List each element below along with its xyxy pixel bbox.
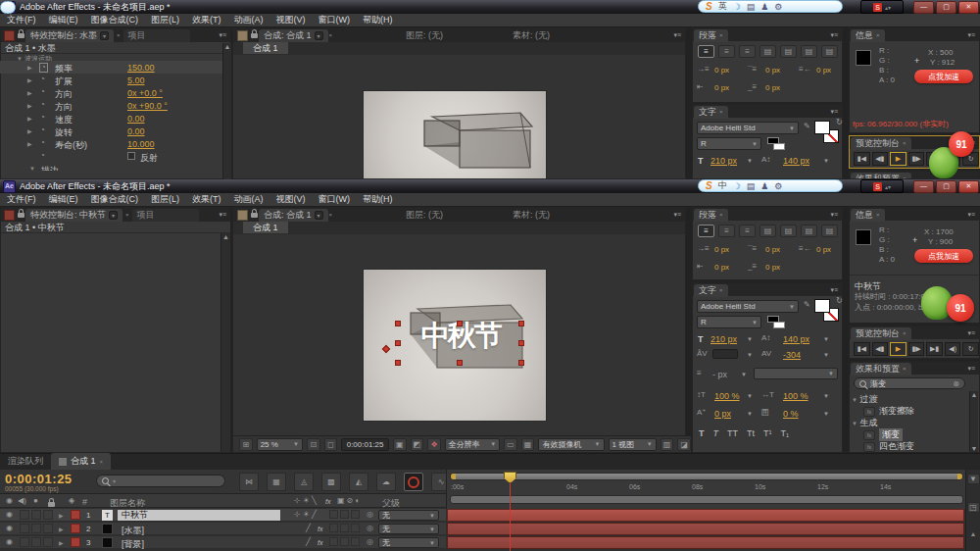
- navigator-start-handle[interactable]: [451, 474, 456, 479]
- align-left-button[interactable]: ≡: [698, 225, 714, 237]
- selection-handle[interactable]: [457, 360, 463, 366]
- first-line-indent-field[interactable]: 0 px: [714, 83, 729, 92]
- solo-toggle[interactable]: [31, 510, 41, 520]
- menu-composition[interactable]: 图像合成(C): [91, 193, 139, 206]
- tab-effects-presets[interactable]: 效果和预置×: [851, 363, 911, 376]
- ime-lang-toggle[interactable]: 中: [718, 179, 727, 192]
- comp-canvas-bottom[interactable]: 中秋节: [363, 269, 547, 422]
- panel-drag-icon[interactable]: [4, 30, 15, 41]
- param-row[interactable]: ▶◔ 寿命(秒) 10.000: [0, 137, 222, 150]
- layer-switches[interactable]: ╱: [306, 538, 311, 546]
- fx-badge[interactable]: fx: [318, 539, 322, 546]
- selection-handle[interactable]: [518, 360, 524, 366]
- effects-search-box[interactable]: 渐变 ⊗: [854, 377, 965, 389]
- tab-close-icon[interactable]: ×: [100, 459, 104, 465]
- menu-effect[interactable]: 效果(T): [192, 193, 221, 206]
- loop-button[interactable]: ↻: [962, 342, 979, 356]
- tab-close-icon[interactable]: ×: [329, 212, 333, 218]
- font-style-select[interactable]: R▼: [697, 137, 761, 150]
- subscript-button[interactable]: T₁: [781, 428, 790, 438]
- menu-window[interactable]: 窗口(W): [318, 14, 351, 26]
- space-before-field[interactable]: 0 px: [765, 66, 780, 75]
- parent-select[interactable]: 无▼: [378, 537, 439, 548]
- param-row[interactable]: ▶◔ 速度 0.00: [0, 112, 222, 125]
- panel-drag-icon[interactable]: [4, 210, 15, 221]
- lock-icon[interactable]: [48, 502, 55, 507]
- timeline-right-scrollbar[interactable]: ▼ ◳ ▲: [965, 470, 980, 551]
- motion-blur-icon[interactable]: ◭: [349, 473, 368, 491]
- hide-shy-icon[interactable]: ◬: [294, 473, 314, 491]
- solo-toggle[interactable]: [31, 524, 41, 533]
- all-caps-button[interactable]: TT: [727, 428, 738, 438]
- keyboard-icon[interactable]: ▤: [747, 2, 756, 12]
- panel-menu-icon[interactable]: ▾≡: [673, 31, 681, 39]
- horizontal-scale-field[interactable]: 100 %: [783, 391, 808, 401]
- font-style-select[interactable]: R▼: [697, 316, 761, 328]
- clear-search-icon[interactable]: ⊗: [953, 379, 959, 388]
- next-frame-button[interactable]: ▮▶: [908, 152, 925, 166]
- tab-timeline-comp[interactable]: 合成 1×: [51, 453, 111, 470]
- tab-paragraph[interactable]: 段落×: [694, 29, 728, 42]
- menu-edit[interactable]: 编辑(E): [49, 14, 78, 26]
- view-layout-select[interactable]: 1 视图▼: [609, 438, 657, 451]
- small-caps-button[interactable]: Tt: [747, 428, 755, 438]
- layer-switches[interactable]: ╱: [306, 525, 311, 532]
- audio-toggle[interactable]: [20, 510, 29, 520]
- selection-handle[interactable]: [395, 340, 401, 346]
- mode-cell[interactable]: [351, 510, 360, 519]
- tab-paragraph[interactable]: 段落×: [694, 209, 728, 222]
- baseline-shift-field[interactable]: 0 px: [714, 409, 731, 419]
- layer-duration-bar[interactable]: [447, 523, 964, 535]
- close-button[interactable]: ✕: [958, 1, 979, 14]
- layer-duration-bar[interactable]: [447, 509, 964, 522]
- always-preview-icon[interactable]: ⊞: [239, 438, 253, 451]
- eye-icon[interactable]: ◉: [6, 497, 13, 505]
- stopwatch-icon[interactable]: ◔: [40, 139, 45, 147]
- tab-footage[interactable]: 素材: (无): [508, 209, 555, 222]
- tab-info[interactable]: 信息×: [851, 209, 885, 222]
- param-value[interactable]: 0.00: [127, 126, 145, 136]
- indent-right-field[interactable]: 0 px: [816, 245, 831, 254]
- mode-cell[interactable]: [351, 537, 360, 546]
- scrollbar-effect-controls-bottom[interactable]: ▲: [220, 233, 230, 452]
- accelerate-bubble[interactable]: 点我加速: [914, 249, 973, 263]
- tab-layer[interactable]: 图层: (无): [401, 209, 448, 222]
- timeline-search-box[interactable]: ▾: [96, 475, 225, 487]
- font-size-field[interactable]: 210 px: [710, 156, 737, 166]
- menu-file[interactable]: 文件(F): [7, 14, 36, 26]
- tab-project[interactable]: 项目: [132, 209, 199, 222]
- layer-duration-bar[interactable]: [447, 536, 964, 549]
- mode-cell[interactable]: [340, 524, 349, 532]
- leading-field[interactable]: 140 px: [783, 156, 809, 166]
- menu-layer[interactable]: 图层(L): [151, 193, 179, 206]
- layer-name-selected[interactable]: 中秋节: [118, 510, 280, 521]
- auto-keyframe-icon[interactable]: [404, 473, 423, 491]
- eye-icon[interactable]: ◉: [6, 511, 13, 519]
- audio-toggle[interactable]: [20, 524, 29, 533]
- scrollbar-effects-presets[interactable]: ▲▼: [969, 391, 978, 452]
- layer-switches[interactable]: ⊹☀╱: [294, 511, 318, 519]
- space-before-field[interactable]: 0 px: [765, 245, 780, 254]
- channels-icon[interactable]: ❖: [427, 438, 441, 451]
- align-center-button[interactable]: ≡: [718, 45, 735, 58]
- tab-character[interactable]: 文字×: [694, 284, 728, 297]
- ime-toolbar-top[interactable]: S 英 ☽ ▤ ♟ ⚙: [698, 0, 843, 13]
- param-row[interactable]: ▶◔ 方向 0x +90.0 °: [0, 99, 222, 112]
- stroke-width-field[interactable]: - px: [712, 370, 727, 379]
- panel-menu-icon[interactable]: ▾≡: [967, 31, 975, 39]
- indent-left-field[interactable]: 0 px: [714, 245, 729, 254]
- indent-right-field[interactable]: 0 px: [816, 66, 831, 75]
- prev-frame-button[interactable]: ◀▮: [872, 342, 889, 356]
- resolution-select[interactable]: 全分辨率▼: [445, 438, 500, 451]
- param-value[interactable]: 10.000: [127, 139, 155, 149]
- camera-select[interactable]: 有效摄像机▼: [538, 438, 604, 451]
- solo-toggle[interactable]: [31, 537, 41, 547]
- panel-menu-icon[interactable]: ▾≡: [219, 211, 226, 219]
- snapshot-icon[interactable]: ▣: [393, 438, 407, 451]
- space-after-field[interactable]: 0 px: [765, 263, 780, 272]
- align-right-button[interactable]: ≡: [739, 225, 756, 237]
- parent-pickwhip-icon[interactable]: ◎: [367, 511, 373, 519]
- tab-footage[interactable]: 素材: (无): [508, 29, 555, 42]
- tab-preview[interactable]: 预览控制台×: [851, 327, 911, 340]
- tab-close-icon[interactable]: ×: [125, 212, 129, 218]
